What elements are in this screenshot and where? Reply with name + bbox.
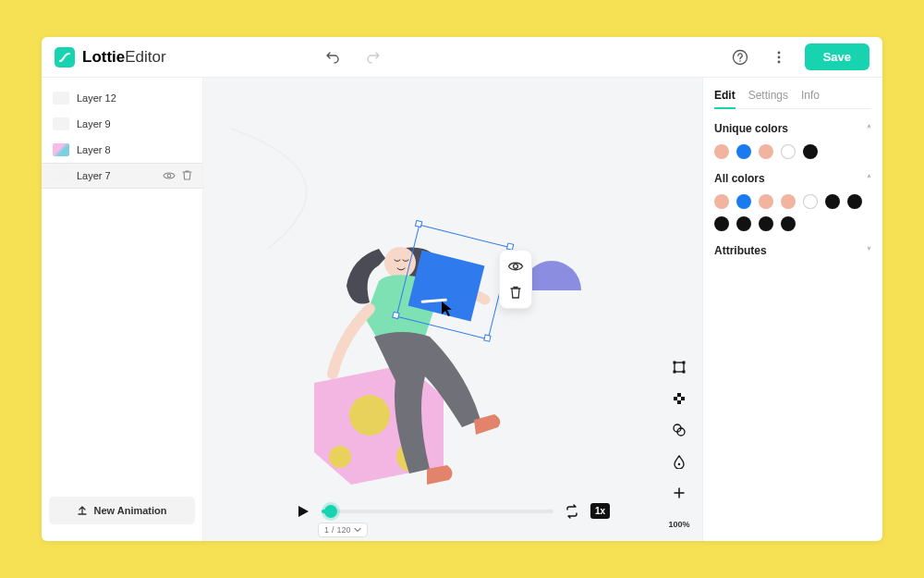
visibility-toggle-icon[interactable] [163, 169, 176, 182]
layer-row[interactable]: Layer 9 [42, 111, 202, 137]
svg-point-16 [514, 264, 518, 269]
timeline: 1x [296, 503, 610, 519]
brand-logo-icon [55, 47, 75, 68]
svg-point-30 [678, 463, 680, 465]
swap-tool-button[interactable] [667, 418, 691, 442]
layer-label: Layer 12 [77, 92, 116, 104]
svg-rect-19 [683, 362, 686, 364]
svg-rect-15 [484, 335, 491, 341]
color-swatch[interactable] [781, 144, 796, 159]
redo-button[interactable] [360, 44, 386, 70]
svg-rect-27 [681, 400, 685, 404]
unique-swatches [714, 144, 871, 159]
fill-tool-button[interactable] [667, 449, 691, 473]
inspector-panel: Edit Settings Info Unique colors ˄ All c… [702, 78, 882, 541]
help-button[interactable] [727, 44, 753, 70]
layer-label: Layer 9 [77, 118, 111, 129]
color-swatch[interactable] [736, 144, 751, 159]
svg-rect-20 [674, 371, 676, 374]
inspector-tabs: Edit Settings Info [714, 83, 871, 109]
color-swatch[interactable] [736, 194, 751, 209]
layer-thumbnail [53, 117, 69, 130]
transform-tool-button[interactable] [667, 355, 691, 379]
color-swatch[interactable] [803, 194, 818, 209]
chevron-up-icon: ˄ [867, 174, 871, 184]
svg-point-8 [329, 446, 351, 468]
color-swatch[interactable] [781, 216, 796, 231]
color-swatch[interactable] [847, 194, 862, 209]
delete-selection-button[interactable] [505, 282, 526, 302]
canvas-illustration [213, 87, 711, 531]
chevron-up-icon: ˄ [867, 124, 871, 134]
svg-rect-14 [393, 312, 399, 318]
layer-thumbnail [53, 92, 69, 105]
color-swatch[interactable] [714, 194, 729, 209]
delete-layer-icon[interactable] [181, 169, 193, 182]
brand-name-bold: Lottie [82, 48, 125, 67]
svg-point-2 [777, 51, 780, 54]
total-frames: 120 [337, 525, 351, 535]
tab-edit[interactable]: Edit [714, 83, 736, 109]
chevron-down-icon: ˅ [867, 246, 871, 256]
visibility-toggle-button[interactable] [505, 256, 526, 277]
layer-label: Layer 8 [77, 144, 111, 155]
color-swatch[interactable] [736, 216, 751, 231]
svg-point-1 [739, 60, 741, 62]
tab-settings[interactable]: Settings [748, 83, 788, 108]
section-title-label: All colors [714, 172, 765, 185]
svg-rect-25 [677, 397, 681, 400]
history-controls [320, 44, 386, 70]
frame-indicator[interactable]: 1 / 120 [318, 523, 368, 537]
layers-panel: Layer 12 Layer 9 Layer 8 Layer 7 [42, 78, 203, 541]
menu-more-button[interactable] [766, 44, 792, 70]
svg-point-3 [777, 55, 780, 58]
brand-name-light: Editor [125, 48, 165, 67]
new-animation-label: New Animation [93, 505, 166, 516]
undo-button[interactable] [320, 44, 346, 70]
new-animation-button[interactable]: New Animation [49, 497, 195, 524]
svg-rect-26 [674, 400, 677, 404]
loop-button[interactable] [565, 504, 579, 519]
chevron-down-icon [354, 526, 361, 534]
tab-info[interactable]: Info [801, 83, 820, 108]
layer-actions [163, 169, 193, 182]
topbar: LottieEditor Save [42, 37, 882, 78]
color-swatch[interactable] [781, 194, 796, 209]
svg-point-9 [384, 247, 416, 278]
color-swatch[interactable] [759, 144, 773, 159]
layer-thumbnail [53, 169, 69, 182]
canvas[interactable]: 100% 1x [203, 78, 702, 541]
svg-rect-18 [674, 362, 676, 364]
color-swatch[interactable] [714, 144, 729, 159]
unique-colors-header[interactable]: Unique colors ˄ [714, 122, 871, 135]
layers-footer: New Animation [42, 489, 202, 534]
canvas-area[interactable]: 100% 1x [203, 78, 702, 541]
color-swatch[interactable] [803, 144, 818, 159]
svg-point-4 [777, 60, 780, 63]
attributes-header[interactable]: Attributes ˅ [714, 244, 871, 257]
zoom-in-button[interactable] [667, 481, 691, 505]
color-swatch[interactable] [759, 194, 773, 209]
layer-thumbnail [53, 143, 69, 156]
canvas-tool-stack: 100% [667, 355, 691, 541]
color-swatch[interactable] [714, 216, 729, 231]
svg-point-5 [167, 174, 171, 178]
layer-label: Layer 7 [77, 170, 111, 181]
attributes-section: Attributes ˅ [714, 244, 871, 257]
section-title-label: Unique colors [714, 122, 788, 135]
color-swatch[interactable] [759, 216, 773, 231]
color-swatch[interactable] [825, 194, 840, 209]
layer-row-selected[interactable]: Layer 7 [42, 163, 202, 189]
layer-row[interactable]: Layer 8 [42, 137, 202, 163]
brand: LottieEditor [55, 47, 166, 68]
timeline-track[interactable] [322, 510, 553, 513]
svg-rect-21 [683, 371, 686, 374]
save-button[interactable]: Save [805, 43, 869, 70]
playback-rate-button[interactable]: 1x [590, 503, 610, 519]
transparency-tool-button[interactable] [667, 387, 691, 411]
layer-row[interactable]: Layer 12 [42, 85, 202, 111]
zoom-level-label[interactable]: 100% [667, 512, 691, 536]
play-button[interactable] [296, 504, 310, 519]
all-colors-header[interactable]: All colors ˄ [714, 172, 871, 185]
timeline-knob[interactable] [324, 505, 337, 518]
